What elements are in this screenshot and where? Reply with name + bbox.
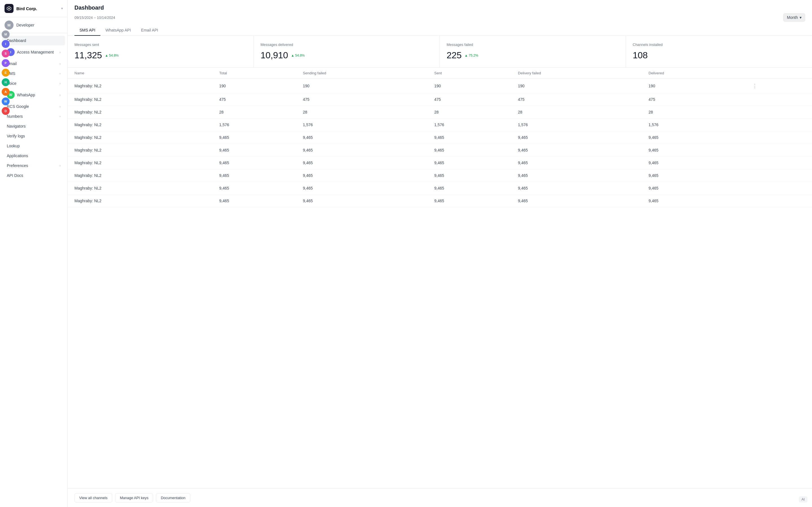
cell-name: Maghraby: NL2 (68, 79, 213, 93)
cell-actions (746, 93, 812, 106)
stat-messages-sent: Messages sent 11,325 ▲ 54.8% (68, 36, 254, 67)
sidebar-item-navigators[interactable]: Navigators (2, 121, 65, 131)
cell-total: 9,465 (213, 131, 296, 144)
col-header-sending-failed: Sending failed (296, 68, 427, 79)
cell-delivered: 28 (642, 106, 746, 119)
page-title: Dashboard (74, 4, 805, 11)
org-logo (4, 4, 13, 13)
cell-sent: 9,465 (427, 157, 511, 169)
nav-label-whatsapp: WhatsApp (17, 93, 57, 97)
cell-total: 1,576 (213, 119, 296, 131)
cell-delivered: 9,465 (642, 182, 746, 194)
nav-label-access-management: Access Management (17, 50, 57, 54)
nav-label-rcs-google: RCS Google (7, 104, 57, 109)
col-header-sent: Sent (427, 68, 511, 79)
table-row: Maghraby: NL2 9,465 9,465 9,465 9,465 9,… (68, 182, 812, 194)
stat-value-delivered: 10,910 (260, 50, 288, 61)
chevron-right-icon: › (59, 50, 61, 54)
cell-sending-failed: 9,465 (296, 131, 427, 144)
avatar-d[interactable]: D (2, 107, 10, 115)
table-row: Maghraby: NL2 9,465 9,465 9,465 9,465 9,… (68, 144, 812, 157)
cell-sent: 9,465 (427, 194, 511, 207)
sidebar-item-access-management[interactable]: I Access Management › (2, 46, 65, 59)
col-header-delivery-failed: Delivery failed (511, 68, 642, 79)
cell-sending-failed: 190 (296, 79, 427, 93)
date-row: 09/15/2024 – 10/14/2024 Month ▾ (74, 13, 805, 22)
cell-delivery-failed: 9,465 (511, 144, 642, 157)
cell-delivery-failed: 9,465 (511, 157, 642, 169)
cell-delivery-failed: 28 (511, 106, 642, 119)
org-name: Bird Corp. (16, 6, 58, 11)
sidebar-item-rcs-google[interactable]: RCS Google › (2, 102, 65, 111)
col-header-delivered: Delivered (642, 68, 746, 79)
sidebar-item-whatsapp[interactable]: W WhatsApp › (2, 89, 65, 101)
org-switcher[interactable]: Bird Corp. ▾ (0, 0, 67, 17)
sidebar-item-preferences[interactable]: Preferences › (2, 161, 65, 170)
cell-total: 9,465 (213, 169, 296, 182)
cell-actions (746, 144, 812, 157)
avatar-a[interactable]: A (2, 88, 10, 96)
avatar-h[interactable]: H (2, 78, 10, 86)
cell-delivered: 9,465 (642, 131, 746, 144)
sidebar-item-dashboard[interactable]: Dashboard (2, 36, 65, 45)
cell-actions (746, 131, 812, 144)
tab-email-api[interactable]: Email API (136, 25, 163, 36)
avatar-p[interactable]: P (2, 59, 10, 67)
main-content: Dashboard 09/15/2024 – 10/14/2024 Month … (68, 0, 812, 507)
stat-badge-sent: ▲ 54.8% (105, 54, 119, 57)
col-header-total: Total (213, 68, 296, 79)
chevron-right-icon: › (59, 62, 61, 65)
table-body: Maghraby: NL2 190 190 190 190 190 ⋮ Magh… (68, 79, 812, 207)
cell-actions (746, 157, 812, 169)
cell-actions (746, 106, 812, 119)
api-tabs: SMS API WhatsApp API Email API (74, 25, 805, 36)
cell-sent: 9,465 (427, 169, 511, 182)
sidebar-item-lookup[interactable]: Lookup (2, 141, 65, 151)
cell-sending-failed: 1,576 (296, 119, 427, 131)
stat-badge-failed: ▲ 75.2% (464, 54, 478, 57)
up-arrow-icon: ▲ (105, 54, 108, 57)
cell-total: 28 (213, 106, 296, 119)
avatar-m[interactable]: M (2, 31, 10, 38)
cell-sending-failed: 9,465 (296, 194, 427, 207)
sidebar-item-email[interactable]: Email › (2, 59, 65, 68)
row-menu-button[interactable]: ⋮ (752, 83, 757, 89)
avatar-i[interactable]: I (2, 40, 10, 48)
sidebar-item-numbers[interactable]: Numbers › (2, 112, 65, 121)
sidebar-item-applications[interactable]: Applications (2, 151, 65, 161)
sidebar-item-api-docs[interactable]: API Docs (2, 171, 65, 180)
nav-label-dashboard: Dashboard (7, 38, 61, 43)
sidebar-item-voice[interactable]: Voice › (2, 78, 65, 88)
tab-sms-api[interactable]: SMS API (74, 25, 100, 36)
cell-delivery-failed: 9,465 (511, 169, 642, 182)
nav-label-sms: SMS (7, 71, 57, 76)
month-chevron-icon: ▾ (800, 15, 802, 20)
sidebar-item-sms[interactable]: SMS › (2, 69, 65, 78)
cell-delivery-failed: 9,465 (511, 194, 642, 207)
nav-label-email: Email (7, 61, 57, 66)
sidebar-item-verify-logs[interactable]: Verify logs (2, 131, 65, 141)
cell-total: 475 (213, 93, 296, 106)
tab-whatsapp-api[interactable]: WhatsApp API (100, 25, 136, 36)
org-chevron-icon: ▾ (61, 6, 63, 10)
stat-badge-delivered: ▲ 54.8% (291, 54, 305, 57)
month-selector-button[interactable]: Month ▾ (783, 13, 805, 22)
avatar-w[interactable]: W (2, 98, 10, 105)
avatar-s[interactable]: S (2, 50, 10, 57)
cell-delivered: 9,465 (642, 169, 746, 182)
stat-value-failed: 225 (447, 50, 462, 61)
stat-channels-installed: Channels installed 108 (626, 36, 812, 67)
stat-messages-failed: Messages failed 225 ▲ 75.2% (440, 36, 626, 67)
cell-sending-failed: 9,465 (296, 169, 427, 182)
cell-total: 9,465 (213, 144, 296, 157)
manage-api-keys-button[interactable]: Manage API keys (115, 493, 153, 503)
documentation-button[interactable]: Documentation (156, 493, 190, 503)
channels-table: Name Total Sending failed Sent Delivery … (68, 68, 812, 207)
table-footer: View all channels Manage API keys Docume… (68, 489, 812, 507)
view-all-channels-button[interactable]: View all channels (74, 493, 112, 503)
up-arrow-icon: ▲ (464, 54, 468, 57)
stat-label-failed: Messages failed (447, 43, 619, 47)
avatar-e[interactable]: E (2, 69, 10, 76)
cell-sending-failed: 475 (296, 93, 427, 106)
cell-total: 9,465 (213, 182, 296, 194)
